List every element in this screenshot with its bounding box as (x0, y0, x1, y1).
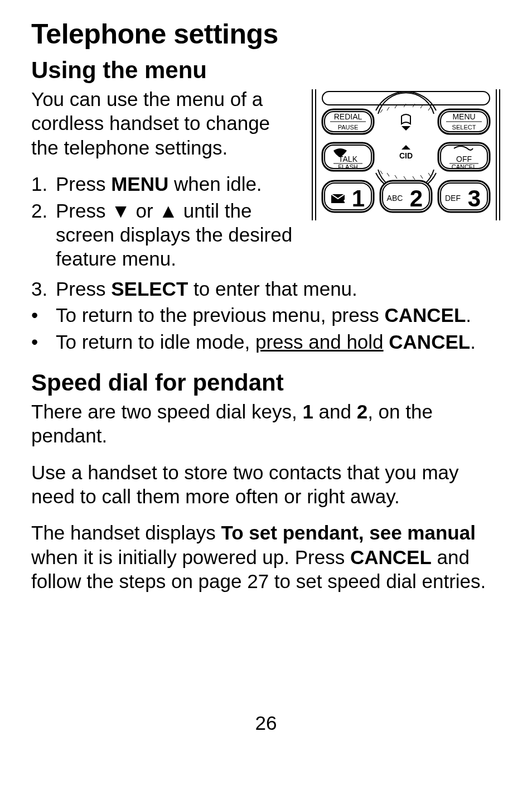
up-triangle-icon: ▲ (158, 200, 178, 222)
svg-line-28 (428, 173, 431, 176)
svg-marker-35 (402, 145, 410, 150)
using-menu-steps: 1. Press MENU when idle. 2. Press ▼ or ▲… (31, 172, 300, 271)
note-1-cancel-bold: CANCEL (384, 304, 466, 326)
svg-line-15 (380, 109, 383, 113)
step-3-number: 3. (31, 277, 56, 301)
key-3: DEF 3 (438, 181, 490, 212)
svg-text:FLASH: FLASH (338, 163, 358, 170)
svg-line-27 (420, 175, 423, 179)
svg-text:1: 1 (352, 185, 365, 211)
svg-line-26 (413, 176, 415, 180)
svg-text:OFF: OFF (456, 155, 472, 163)
note-prev-menu: • To return to the previous menu, press … (31, 303, 501, 327)
step-1: 1. Press MENU when idle. (31, 172, 300, 196)
svg-text:2: 2 (410, 185, 423, 211)
p3-msg-bold: To set pendant, see manual (221, 522, 475, 543)
off-cancel-key: OFF CANCEL (438, 143, 490, 171)
p3-mid: when it is initially powered up. Press (31, 546, 350, 568)
step-1-text: Press MENU when idle. (56, 172, 300, 196)
note-2-post: . (470, 331, 476, 353)
phonebook-up-icon (402, 114, 410, 131)
key-1: 1 (322, 181, 374, 212)
svg-text:CANCEL: CANCEL (452, 163, 477, 170)
p3-pre: The handset displays (31, 522, 221, 543)
cid-down-icon: CID (399, 145, 413, 160)
section-speed-dial-heading: Speed dial for pendant (31, 369, 501, 396)
section-using-menu-heading: Using the menu (31, 57, 501, 84)
voicemail-icon (331, 194, 347, 204)
svg-text:SELECT: SELECT (452, 124, 476, 131)
using-menu-steps-cont: 3. Press SELECT to enter that menu. (31, 277, 501, 301)
bullet-dot-icon: • (31, 330, 56, 354)
step-3: 3. Press SELECT to enter that menu. (31, 277, 501, 301)
svg-line-22 (380, 171, 383, 174)
p1-pre: There are two speed dial keys, (31, 401, 302, 422)
svg-text:CID: CID (399, 151, 413, 160)
svg-text:PAUSE: PAUSE (338, 124, 358, 131)
p3-cancel-bold: CANCEL (350, 546, 432, 568)
svg-text:REDIAL: REDIAL (334, 112, 362, 121)
step-1-number: 1. (31, 172, 56, 196)
p1-key2-bold: 2 (357, 401, 367, 422)
handset-keypad-figure: REDIAL PAUSE MENU SELECT (311, 89, 501, 220)
step-2-mid: or (130, 200, 159, 222)
talk-flash-key: TALK FLASH (322, 143, 374, 171)
step-1-post: when idle. (168, 173, 262, 195)
svg-line-24 (395, 175, 397, 179)
svg-line-21 (428, 107, 431, 110)
step-1-menu-bold: MENU (111, 173, 168, 195)
svg-text:DEF: DEF (445, 194, 461, 203)
svg-text:3: 3 (468, 185, 481, 211)
svg-text:MENU: MENU (452, 112, 475, 121)
svg-text:ABC: ABC (387, 194, 403, 203)
svg-marker-29 (402, 126, 410, 131)
step-2-text: Press ▼ or ▲ until the screen displays t… (56, 199, 300, 271)
menu-select-key: MENU SELECT (438, 109, 490, 134)
step-1-pre: Press (56, 173, 111, 195)
keypad-svg: REDIAL PAUSE MENU SELECT (311, 89, 501, 220)
note-2-pre: To return to idle mode, (56, 331, 255, 353)
svg-text:TALK: TALK (338, 155, 358, 163)
speed-dial-p2: Use a handset to store two contacts that… (31, 460, 501, 509)
p1-key1-bold: 1 (302, 401, 313, 422)
key-2: ABC 2 (380, 181, 432, 212)
redial-pause-key: REDIAL PAUSE (322, 109, 374, 134)
speed-dial-p1: There are two speed dial keys, 1 and 2, … (31, 399, 501, 448)
step-3-select-bold: SELECT (111, 278, 188, 300)
using-menu-intro: You can use the menu of a cordless hands… (31, 87, 300, 160)
step-2-pre: Press (56, 200, 111, 222)
svg-line-23 (387, 173, 389, 176)
note-idle-mode: • To return to idle mode, press and hold… (31, 330, 501, 354)
using-menu-notes: • To return to the previous menu, press … (31, 303, 501, 354)
note-1-post: . (466, 304, 471, 326)
p1-mid: and (313, 401, 357, 422)
bullet-dot-icon: • (31, 303, 56, 327)
note-2-underline: press and hold (255, 331, 384, 353)
step-2: 2. Press ▼ or ▲ until the screen display… (31, 199, 300, 271)
svg-rect-4 (322, 92, 490, 105)
step-3-post: to enter that menu. (188, 278, 357, 300)
svg-line-25 (404, 176, 406, 180)
step-3-text: Press SELECT to enter that menu. (56, 277, 501, 301)
svg-line-16 (387, 107, 389, 110)
page-number: 26 (0, 712, 532, 734)
down-triangle-icon: ▼ (111, 200, 130, 222)
note-2-space (384, 331, 389, 353)
note-1-pre: To return to the previous menu, press (56, 304, 384, 326)
note-2-cancel-bold: CANCEL (389, 331, 470, 353)
speed-dial-p3: The handset displays To set pendant, see… (31, 521, 501, 593)
page-title: Telephone settings (31, 18, 501, 50)
step-3-pre: Press (56, 278, 111, 300)
step-2-number: 2. (31, 199, 56, 271)
